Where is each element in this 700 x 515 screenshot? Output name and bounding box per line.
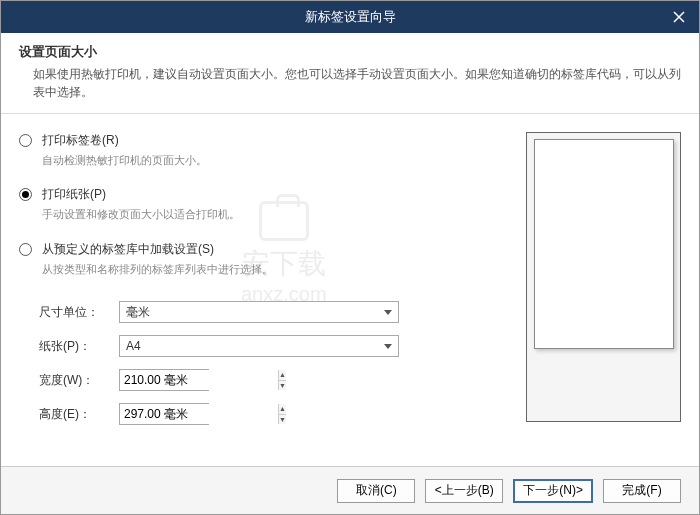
- page-description: 如果使用热敏打印机，建议自动设置页面大小。您也可以选择手动设置页面大小。如果您知…: [33, 65, 681, 101]
- radio-roll[interactable]: [19, 134, 32, 147]
- paper-label: 纸张(P)：: [39, 338, 119, 355]
- option-roll-label: 打印标签卷(R): [42, 132, 119, 149]
- unit-value: 毫米: [126, 304, 384, 321]
- option-paper-desc: 手动设置和修改页面大小以适合打印机。: [42, 207, 514, 222]
- preview-sheet: [534, 139, 674, 349]
- titlebar: 新标签设置向导: [1, 1, 699, 33]
- back-button[interactable]: <上一步(B): [425, 479, 503, 503]
- height-label: 高度(E)：: [39, 406, 119, 423]
- cancel-button[interactable]: 取消(C): [337, 479, 415, 503]
- radio-paper[interactable]: [19, 188, 32, 201]
- width-row: 宽度(W)： ▲ ▼: [39, 369, 514, 391]
- option-paper-label: 打印纸张(P): [42, 186, 106, 203]
- option-paper[interactable]: 打印纸张(P) 手动设置和修改页面大小以适合打印机。: [19, 186, 514, 222]
- unit-label: 尺寸单位：: [39, 304, 119, 321]
- wizard-footer: 取消(C) <上一步(B) 下一步(N)> 完成(F): [1, 466, 699, 514]
- width-input[interactable]: [120, 370, 278, 390]
- chevron-down-icon: [384, 310, 392, 315]
- option-roll-desc: 自动检测热敏打印机的页面大小。: [42, 153, 514, 168]
- height-spinner[interactable]: ▲ ▼: [119, 403, 209, 425]
- height-spin-buttons: ▲ ▼: [278, 404, 286, 424]
- width-down-button[interactable]: ▼: [279, 381, 286, 391]
- width-spin-buttons: ▲ ▼: [278, 370, 286, 390]
- height-up-button[interactable]: ▲: [279, 404, 286, 415]
- height-down-button[interactable]: ▼: [279, 415, 286, 425]
- unit-dropdown[interactable]: 毫米: [119, 301, 399, 323]
- wizard-body: 打印标签卷(R) 自动检测热敏打印机的页面大小。 打印纸张(P) 手动设置和修改…: [1, 114, 699, 494]
- wizard-header: 设置页面大小 如果使用热敏打印机，建议自动设置页面大小。您也可以选择手动设置页面…: [1, 33, 699, 114]
- unit-row: 尺寸单位： 毫米: [39, 301, 514, 323]
- fields-group: 尺寸单位： 毫米 纸张(P)： A4 宽度(W)：: [19, 301, 514, 425]
- close-icon: [673, 11, 685, 23]
- finish-button[interactable]: 完成(F): [603, 479, 681, 503]
- width-spinner[interactable]: ▲ ▼: [119, 369, 209, 391]
- width-label: 宽度(W)：: [39, 372, 119, 389]
- width-up-button[interactable]: ▲: [279, 370, 286, 381]
- page-preview: [526, 132, 681, 422]
- next-button[interactable]: 下一步(N)>: [513, 479, 593, 503]
- option-predef-label: 从预定义的标签库中加载设置(S): [42, 241, 214, 258]
- height-row: 高度(E)： ▲ ▼: [39, 403, 514, 425]
- option-predef[interactable]: 从预定义的标签库中加载设置(S) 从按类型和名称排列的标签库列表中进行选择。: [19, 241, 514, 277]
- option-predef-desc: 从按类型和名称排列的标签库列表中进行选择。: [42, 262, 514, 277]
- radio-predef[interactable]: [19, 243, 32, 256]
- paper-row: 纸张(P)： A4: [39, 335, 514, 357]
- wizard-dialog: 新标签设置向导 设置页面大小 如果使用热敏打印机，建议自动设置页面大小。您也可以…: [0, 0, 700, 515]
- option-roll[interactable]: 打印标签卷(R) 自动检测热敏打印机的页面大小。: [19, 132, 514, 168]
- page-title: 设置页面大小: [19, 43, 681, 61]
- paper-dropdown[interactable]: A4: [119, 335, 399, 357]
- chevron-down-icon: [384, 344, 392, 349]
- paper-value: A4: [126, 339, 384, 353]
- options-column: 打印标签卷(R) 自动检测热敏打印机的页面大小。 打印纸张(P) 手动设置和修改…: [19, 132, 526, 494]
- dialog-title: 新标签设置向导: [305, 8, 396, 26]
- close-button[interactable]: [659, 1, 699, 33]
- height-input[interactable]: [120, 404, 278, 424]
